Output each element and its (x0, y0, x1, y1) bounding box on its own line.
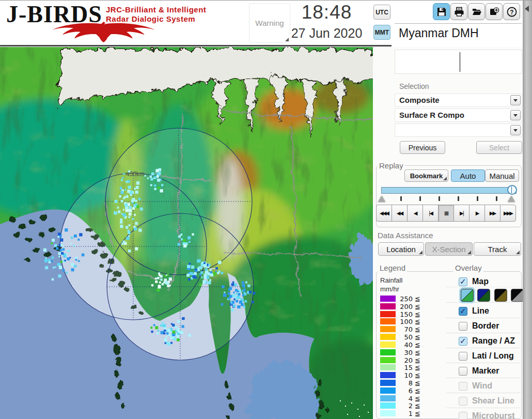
microburst-checkbox[interactable] (459, 412, 467, 419)
fast-forward-3-button[interactable]: ▶▶▶ (500, 205, 516, 222)
echo-cell (150, 175, 152, 178)
echo-cell (160, 189, 163, 192)
overlay-item-range-az[interactable]: ✓Range / AZ (459, 335, 515, 347)
echo-cell (157, 289, 160, 292)
echo-cell (166, 330, 167, 332)
chevron-down-icon[interactable] (510, 125, 521, 135)
overlay-item-border[interactable]: Border (459, 320, 499, 332)
echo-cell (134, 214, 136, 216)
open-folder-icon[interactable] (468, 3, 485, 20)
echo-cell (215, 267, 218, 270)
echo-cell (157, 277, 160, 280)
echo-cell (78, 260, 80, 262)
replay-slider-handle[interactable] (507, 185, 517, 195)
border-checkbox[interactable] (459, 322, 467, 331)
slider-end-marker[interactable] (508, 196, 515, 202)
print-icon[interactable] (450, 3, 467, 20)
chevron-down-icon[interactable] (510, 110, 521, 120)
overlay-item-wind[interactable]: Wind (459, 380, 492, 392)
replay-progress-slider[interactable] (381, 187, 517, 194)
stop-button[interactable]: ■ (438, 205, 454, 222)
timezone-utc-button[interactable]: UTC (373, 5, 390, 20)
style-blue-green-swatch[interactable] (461, 289, 474, 302)
help-icon[interactable]: ? (503, 3, 520, 20)
style-navy-darkgreen-swatch[interactable] (477, 289, 490, 302)
wind-checkbox[interactable] (459, 382, 467, 391)
echo-cell (128, 235, 130, 237)
station-input[interactable] (395, 50, 522, 74)
echo-cell (201, 276, 202, 278)
overlay-label: Overlay (453, 263, 483, 272)
echo-cell (59, 266, 62, 269)
bookmark-button[interactable]: Bookmark (404, 169, 448, 182)
overlay-item-marker[interactable]: Marker (459, 365, 499, 377)
echo-cell (160, 275, 162, 277)
fast-rewind-3-button[interactable]: ◀◀◀ (376, 205, 392, 222)
echo-cell (144, 175, 146, 177)
location-button[interactable]: Location (378, 242, 424, 256)
echo-cell (154, 184, 156, 187)
overlay-item-line[interactable]: ✓Line (459, 305, 489, 317)
echo-cell (237, 296, 240, 298)
line-checkbox[interactable]: ✓ (459, 307, 467, 316)
echo-cell (249, 291, 252, 293)
echo-cell (158, 187, 160, 189)
step-back-button[interactable]: |◀ (423, 205, 439, 222)
fast-rewind-2-button[interactable]: ◀◀ (392, 205, 408, 222)
dropdown-product-name[interactable]: Surface R Compo (395, 108, 522, 122)
map-checkbox[interactable]: ✓ (459, 277, 467, 286)
panel-collapse-strip[interactable] (523, 1, 532, 419)
save-icon[interactable] (433, 3, 450, 20)
overlay-item-lati-long[interactable]: Lati / Long (459, 350, 514, 362)
echo-cell (167, 342, 170, 345)
dropdown-product-type[interactable]: Composite (395, 94, 522, 107)
overlay-item-label: Range / AZ (472, 336, 515, 346)
add-image-icon[interactable] (486, 3, 503, 20)
echo-cell (193, 274, 195, 275)
overlay-item-shear-line[interactable]: Shear Line (459, 395, 514, 407)
step-forward-button[interactable]: ▶| (453, 205, 470, 222)
overlay-item-microburst[interactable]: Microburst (459, 410, 515, 419)
legend-color-swatch (380, 296, 396, 302)
chevron-down-icon[interactable] (510, 95, 521, 105)
checkmark-icon: ✓ (460, 336, 466, 346)
play-reverse-button[interactable]: ◀ (407, 205, 423, 222)
dropdown-product-option[interactable] (395, 123, 522, 137)
logo-tagline-1: JRC-Brilliant & Intelligent (106, 5, 206, 14)
echo-cell (150, 327, 152, 329)
map-canvas[interactable]: 450km (0, 47, 373, 419)
slider-start-marker[interactable] (378, 196, 385, 202)
lati-long-checkbox[interactable] (459, 352, 467, 361)
range-az-checkbox[interactable]: ✓ (459, 337, 467, 346)
x-section-button[interactable]: X-Section (425, 242, 473, 256)
fast-forward-2-button[interactable]: ▶▶ (484, 205, 500, 222)
echo-cell (124, 189, 126, 191)
echo-cell (163, 332, 165, 334)
style-black-gray-swatch[interactable] (511, 289, 524, 302)
manual-mode-button[interactable]: Manual (485, 169, 519, 182)
play-button[interactable]: ▶ (469, 205, 485, 222)
previous-button[interactable]: Previous (400, 141, 445, 154)
shear-line-checkbox[interactable] (459, 397, 467, 406)
echo-cell (126, 196, 128, 198)
style-black-olive-swatch[interactable] (494, 289, 507, 302)
overlay-item-map[interactable]: ✓Map (459, 276, 489, 287)
echo-cell (123, 173, 124, 175)
echo-cell (223, 293, 226, 297)
timezone-mmt-button[interactable]: MMT (373, 25, 390, 40)
auto-mode-button[interactable]: Auto (451, 169, 485, 182)
slider-tick (477, 196, 478, 201)
select-button[interactable]: Select (476, 141, 522, 154)
marker-checkbox[interactable] (459, 367, 467, 376)
track-button[interactable]: Track (474, 242, 521, 256)
echo-cell (74, 235, 77, 238)
echo-cell (164, 338, 167, 342)
echo-cell (221, 303, 224, 306)
echo-cell (131, 199, 133, 201)
echo-cell (234, 284, 237, 286)
echo-cell (128, 186, 131, 189)
echo-cell (222, 285, 225, 288)
echo-cell (151, 173, 154, 176)
echo-cell (140, 208, 143, 211)
echo-cell (210, 273, 212, 276)
